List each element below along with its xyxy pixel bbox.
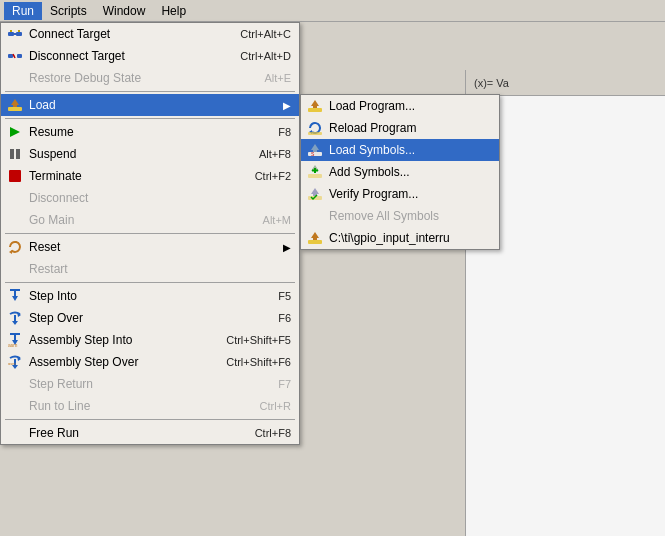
svg-rect-28 <box>308 240 322 244</box>
menu-item-free-run[interactable]: Free Run Ctrl+F8 <box>1 422 299 444</box>
menu-item-suspend[interactable]: Suspend Alt+F8 <box>1 143 299 165</box>
verify-program-icon <box>305 184 325 204</box>
submenu-item-add-symbols[interactable]: Add Symbols... <box>301 161 499 183</box>
menu-item-go-main[interactable]: Go Main Alt+M <box>1 209 299 231</box>
svg-rect-11 <box>13 104 17 107</box>
load-arrow-icon: ▶ <box>283 100 291 111</box>
svg-rect-16 <box>308 132 322 135</box>
restore-debug-icon <box>5 68 25 88</box>
free-run-icon <box>5 423 25 443</box>
connect-target-label: Connect Target <box>29 27 220 41</box>
connect-target-shortcut: Ctrl+Alt+C <box>240 28 291 40</box>
menu-item-step-return[interactable]: Step Return F7 <box>1 373 299 395</box>
xeq-vars-label: (x)= Va <box>470 77 513 89</box>
svg-rect-21 <box>308 174 322 178</box>
reset-icon <box>5 237 25 257</box>
load-symbols-icon: S <box>305 140 325 160</box>
step-into-icon <box>5 286 25 306</box>
menu-item-restore-debug[interactable]: Restore Debug State Alt+E <box>1 67 299 89</box>
free-run-label: Free Run <box>29 426 235 440</box>
submenu-item-remove-all-symbols[interactable]: Remove All Symbols <box>301 205 499 227</box>
svg-marker-35 <box>9 250 12 254</box>
menu-item-disconnect[interactable]: Disconnect <box>1 187 299 209</box>
restore-debug-label: Restore Debug State <box>29 71 244 85</box>
ide-toolbar2: (x)= Va <box>466 70 665 96</box>
reload-program-icon <box>305 118 325 138</box>
disconnect-target-label: Disconnect Target <box>29 49 220 63</box>
separator-1 <box>5 91 295 92</box>
load-symbols-label: Load Symbols... <box>329 143 491 157</box>
separator-5 <box>5 419 295 420</box>
run-dropdown-menu: Connect Target Ctrl+Alt+C Disconnect Tar… <box>0 22 300 445</box>
separator-4 <box>5 282 295 283</box>
step-over-label: Step Over <box>29 311 258 325</box>
menubar-item-help[interactable]: Help <box>153 2 194 20</box>
reload-program-label: Reload Program <box>329 121 491 135</box>
submenu-item-reload-program[interactable]: Reload Program <box>301 117 499 139</box>
menu-item-connect-target[interactable]: Connect Target Ctrl+Alt+C <box>1 23 299 45</box>
svg-text:asm: asm <box>8 361 16 366</box>
submenu-item-recent-file[interactable]: C:\ti\gpio_input_interru <box>301 227 499 249</box>
svg-rect-32 <box>10 149 14 159</box>
menubar-item-window[interactable]: Window <box>95 2 154 20</box>
svg-rect-14 <box>313 105 317 108</box>
menu-item-restart[interactable]: Restart <box>1 258 299 280</box>
resume-label: Resume <box>29 125 258 139</box>
load-program-label: Load Program... <box>329 99 491 113</box>
disconnect-icon <box>5 188 25 208</box>
submenu-item-load-program[interactable]: Load Program... <box>301 95 499 117</box>
svg-rect-4 <box>18 30 20 32</box>
go-main-icon <box>5 210 25 230</box>
menu-item-run-to-line[interactable]: Run to Line Ctrl+R <box>1 395 299 417</box>
reset-arrow-icon: ▶ <box>283 242 291 253</box>
load-submenu: Load Program... Reload Program <box>300 94 500 250</box>
submenu-item-verify-program[interactable]: Verify Program... <box>301 183 499 205</box>
menu-item-asm-step-over[interactable]: asm Assembly Step Over Ctrl+Shift+F6 <box>1 351 299 373</box>
svg-marker-31 <box>10 127 20 137</box>
svg-marker-36 <box>12 296 18 301</box>
load-icon <box>5 95 25 115</box>
resume-icon <box>5 122 25 142</box>
step-into-shortcut: F5 <box>278 290 291 302</box>
disconnect-target-shortcut: Ctrl+Alt+D <box>240 50 291 62</box>
svg-marker-39 <box>12 321 18 325</box>
step-return-icon <box>5 374 25 394</box>
menu-item-step-over[interactable]: Step Over F6 <box>1 307 299 329</box>
run-to-line-icon <box>5 396 25 416</box>
suspend-label: Suspend <box>29 147 239 161</box>
disconnect-label: Disconnect <box>29 191 291 205</box>
asm-step-into-shortcut: Ctrl+Shift+F5 <box>226 334 291 346</box>
step-into-label: Step Into <box>29 289 258 303</box>
menubar: Run Scripts Window Help <box>0 0 665 22</box>
verify-program-label: Verify Program... <box>329 187 491 201</box>
terminate-shortcut: Ctrl+F2 <box>255 170 291 182</box>
menu-item-step-into[interactable]: Step Into F5 <box>1 285 299 307</box>
step-over-shortcut: F6 <box>278 312 291 324</box>
menu-item-disconnect-target[interactable]: Disconnect Target Ctrl+Alt+D <box>1 45 299 67</box>
svg-rect-3 <box>10 30 12 32</box>
svg-rect-33 <box>16 149 20 159</box>
suspend-icon <box>5 144 25 164</box>
remove-all-symbols-label: Remove All Symbols <box>329 209 491 223</box>
menu-item-load[interactable]: Load ▶ Load Program... <box>1 94 299 116</box>
load-program-icon <box>305 96 325 116</box>
submenu-item-load-symbols[interactable]: S Load Symbols... <box>301 139 499 161</box>
menubar-item-scripts[interactable]: Scripts <box>42 2 95 20</box>
separator-2 <box>5 118 295 119</box>
separator-3 <box>5 233 295 234</box>
menu-item-reset[interactable]: Reset ▶ <box>1 236 299 258</box>
remove-all-symbols-icon <box>305 206 325 226</box>
menu-item-resume[interactable]: Resume F8 <box>1 121 299 143</box>
recent-file-label: C:\ti\gpio_input_interru <box>329 231 491 245</box>
recent-file-icon <box>305 228 325 248</box>
svg-rect-0 <box>8 32 14 36</box>
menu-item-terminate[interactable]: Terminate Ctrl+F2 <box>1 165 299 187</box>
restore-debug-shortcut: Alt+E <box>264 72 291 84</box>
step-return-shortcut: F7 <box>278 378 291 390</box>
go-main-shortcut: Alt+M <box>263 214 291 226</box>
asm-step-over-label: Assembly Step Over <box>29 355 206 369</box>
menubar-item-run[interactable]: Run <box>4 2 42 20</box>
step-return-label: Step Return <box>29 377 258 391</box>
asm-step-over-shortcut: Ctrl+Shift+F6 <box>226 356 291 368</box>
menu-item-asm-step-into[interactable]: asm Assembly Step Into Ctrl+Shift+F5 <box>1 329 299 351</box>
